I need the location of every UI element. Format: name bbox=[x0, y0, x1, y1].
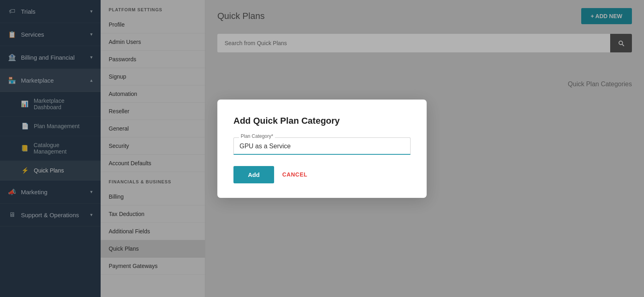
plan-category-field: Plan Category* bbox=[233, 137, 411, 155]
cancel-button[interactable]: CANCEL bbox=[282, 171, 308, 178]
add-button[interactable]: Add bbox=[233, 166, 274, 183]
plan-category-input[interactable] bbox=[233, 137, 411, 155]
modal-title: Add Quick Plan Category bbox=[233, 116, 411, 126]
modal-dialog: Add Quick Plan Category Plan Category* A… bbox=[217, 100, 427, 198]
modal-actions: Add CANCEL bbox=[233, 166, 411, 183]
modal-overlay[interactable]: Add Quick Plan Category Plan Category* A… bbox=[0, 0, 644, 297]
plan-category-label: Plan Category* bbox=[239, 133, 275, 139]
